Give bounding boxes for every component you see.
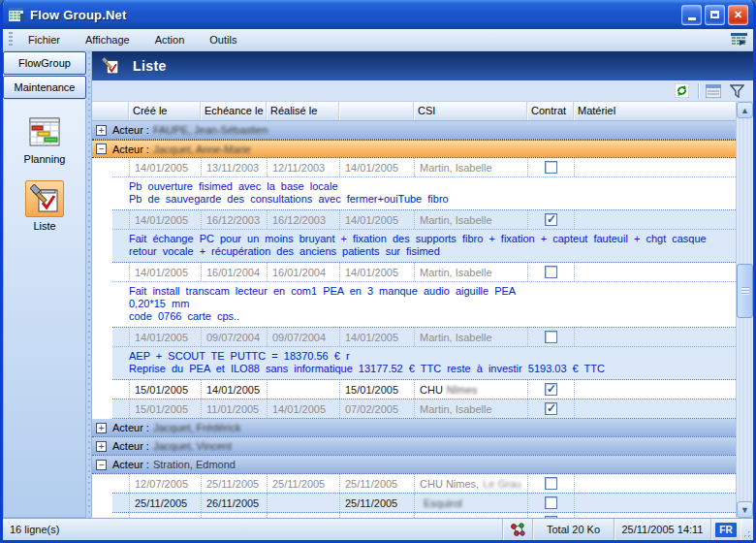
materiel-cell: [574, 399, 736, 418]
column-header-realise-le[interactable]: Réalisé le: [267, 102, 339, 120]
group-row[interactable]: +Acteur :Jacquet, Frédérick: [92, 419, 736, 437]
menu-fichier[interactable]: Fichier: [19, 31, 69, 48]
view-header: Liste: [92, 51, 753, 80]
details-button[interactable]: [705, 82, 722, 100]
table-row-dates: 15/01/200514/01/200515/01/2005CHUNîmes: [112, 380, 736, 399]
menu-outils[interactable]: Outils: [201, 31, 245, 48]
sidebar-tab-flowgroup[interactable]: FlowGroup: [3, 51, 86, 75]
group-actor-name: Jacquet, Vincent: [153, 440, 232, 452]
csi-name-blurred: Le Grau: [483, 478, 521, 490]
group-row[interactable]: +Acteur :FAUPE, Jean-Sébastien: [92, 121, 736, 140]
echeance-le-cell: 13/11/2003: [201, 158, 267, 176]
scroll-down-button[interactable]: ▼: [737, 501, 753, 518]
table-row[interactable]: 12/07/200525/11/200525/11/200525/11/2005…: [112, 474, 736, 494]
contrat-checkbox[interactable]: [545, 477, 557, 490]
maximize-button[interactable]: [705, 5, 725, 25]
group-row[interactable]: +Acteur :Jacquet, Vincent: [92, 437, 736, 456]
contrat-checkbox[interactable]: [545, 161, 557, 174]
row-indent-cell: [112, 328, 129, 346]
expand-icon[interactable]: +: [96, 125, 107, 136]
row-indent-cell: [112, 380, 129, 399]
group-row[interactable]: −Acteur :Stration, Edmond: [92, 456, 736, 474]
csi-cell: Cliniquede Barcy: [414, 513, 527, 518]
scroll-track[interactable]: [737, 118, 753, 501]
group-row[interactable]: −Acteur :Jacquet, Anne-Marie: [92, 140, 736, 158]
scroll-up-button[interactable]: ▲: [737, 102, 753, 118]
description-line: Reprise du PEA et ILO88 sans informatiqu…: [129, 363, 732, 375]
collapse-icon[interactable]: −: [96, 144, 107, 154]
column-header-blank[interactable]: [339, 102, 414, 120]
contrat-checkbox[interactable]: [545, 516, 557, 518]
date4-cell: 25/11/2005: [339, 513, 414, 518]
contrat-checkbox[interactable]: [545, 383, 557, 396]
filter-button[interactable]: [728, 82, 745, 100]
table-row[interactable]: 25/11/200526/11/200525/11/2005Esquirol: [112, 494, 736, 513]
collapse-icon[interactable]: −: [96, 460, 107, 470]
date4-cell: 14/01/2005: [339, 158, 414, 176]
contrat-cell: [527, 474, 574, 493]
materiel-cell: [574, 328, 736, 346]
vertical-scrollbar[interactable]: ▲ ▼: [736, 102, 753, 518]
close-button[interactable]: ✕: [728, 5, 748, 25]
table-row[interactable]: 14/01/200516/12/200316/12/200314/01/2005…: [112, 210, 736, 263]
menu-action[interactable]: Action: [146, 31, 194, 48]
sidebar-item-liste[interactable]: Liste: [25, 180, 64, 232]
row-indent-cell: [112, 399, 129, 418]
csi-name-blurred: de Barcy: [462, 517, 504, 519]
column-header-csi[interactable]: CSI: [414, 102, 527, 120]
table-row[interactable]: 15/01/200514/01/200515/01/2005CHUNîmes: [112, 380, 736, 399]
echeance-le-cell: 11/01/2005: [201, 399, 267, 418]
description-row: AEP + SCOUT TE PUTTC = 18370.56 € rRepri…: [112, 346, 736, 379]
refresh-button[interactable]: [673, 82, 690, 100]
contrat-checkbox[interactable]: [545, 496, 557, 509]
column-header-cree-le[interactable]: Créé le: [129, 102, 201, 120]
table-row-dates: 14/01/200516/01/200416/01/200414/01/2005…: [112, 263, 736, 281]
column-header-contrat[interactable]: Contrat: [527, 102, 574, 120]
csi-name-blurred: Esquirol: [424, 497, 462, 509]
table-header: Créé le Echéance le Réalisé le CSI Contr…: [92, 102, 736, 121]
description-line: Fait install transcam lecteur en com1 PE…: [129, 285, 732, 298]
description-line: AEP + SCOUT TE PUTTC = 18370.56 € r: [129, 350, 732, 363]
materiel-cell: [574, 263, 736, 281]
sidebar-tab-maintenance[interactable]: Maintenance: [3, 76, 86, 99]
table-row-dates: 14/01/200513/11/200312/11/200314/01/2005…: [112, 158, 736, 176]
minimize-button[interactable]: [681, 5, 702, 25]
table-row[interactable]: 15/01/200511/01/200514/01/200507/02/2005…: [112, 399, 736, 419]
csi-cell: CHUNîmes: [414, 380, 527, 399]
toolbar-grip[interactable]: [9, 32, 13, 48]
status-network-panel: [503, 519, 533, 540]
resize-grip[interactable]: [740, 519, 753, 540]
column-header-echeance-le[interactable]: Echéance le: [201, 102, 267, 120]
description-row: Pb ouverture fisimed avec la base locale…: [112, 176, 736, 209]
contrat-checkbox[interactable]: [545, 213, 557, 226]
contrat-checkbox[interactable]: [545, 331, 557, 343]
expand-icon[interactable]: +: [96, 423, 107, 433]
app-icon: [9, 7, 25, 22]
realise-le-cell: 14/01/2005: [267, 399, 339, 418]
contrat-checkbox[interactable]: [545, 402, 557, 415]
echeance-le-cell: 26/11/2005: [201, 494, 267, 512]
column-header-materiel[interactable]: Matériel: [574, 102, 736, 120]
table-row[interactable]: 14/01/200509/07/200409/07/200414/01/2005…: [112, 328, 736, 380]
scroll-thumb[interactable]: [737, 264, 753, 318]
column-header-indent[interactable]: [92, 102, 129, 120]
contrat-checkbox[interactable]: [545, 266, 557, 278]
grid-icon: [731, 33, 747, 48]
echeance-le-cell: 16/01/2004: [201, 263, 267, 281]
list-toolbar: [92, 80, 753, 102]
menu-affichage[interactable]: Affichage: [77, 31, 139, 48]
csi-cell: Martin, Isabelle: [414, 263, 527, 281]
table-row[interactable]: 25/11/200525/11/200525/11/2005Cliniquede…: [112, 513, 736, 518]
status-language: FR: [711, 519, 740, 540]
realise-le-cell: 12/11/2003: [267, 158, 339, 176]
csi-name-blurred: Nîmes: [447, 384, 478, 396]
maintenance-checklist-icon: [30, 184, 59, 213]
row-indent-cell: [112, 513, 129, 518]
table-row[interactable]: 14/01/200516/01/200416/01/200414/01/2005…: [112, 263, 736, 328]
sidebar-item-planning[interactable]: Planning: [24, 113, 66, 165]
details-icon: [706, 84, 721, 98]
contrat-cell: [527, 210, 574, 229]
echeance-le-cell: 25/11/2005: [201, 513, 267, 518]
table-row[interactable]: 14/01/200513/11/200312/11/200314/01/2005…: [112, 158, 736, 210]
expand-icon[interactable]: +: [96, 441, 107, 452]
